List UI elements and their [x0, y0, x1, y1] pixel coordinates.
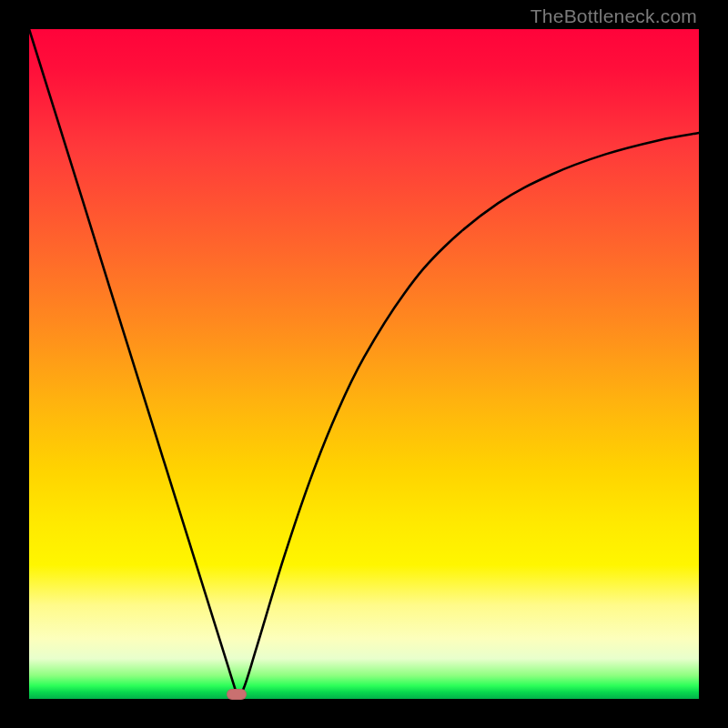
chart-frame: TheBottleneck.com	[0, 0, 728, 728]
curve-layer	[29, 29, 699, 699]
plot-area	[29, 29, 699, 699]
optimum-marker	[227, 689, 247, 700]
watermark-text: TheBottleneck.com	[531, 5, 697, 27]
bottleneck-curve	[29, 29, 699, 694]
